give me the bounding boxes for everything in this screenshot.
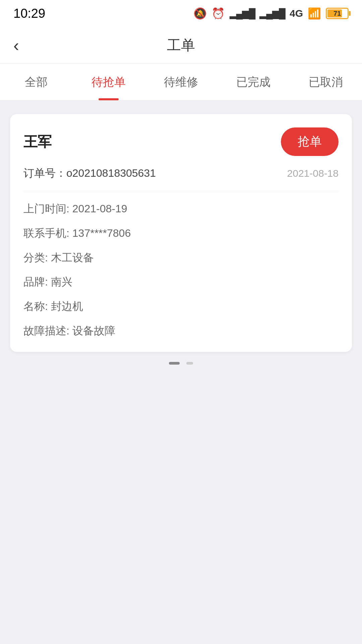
fault-desc: 故障描述: 设备故障 [23,323,339,338]
dot-2 [186,362,193,365]
back-button[interactable]: ‹ [13,37,19,54]
mute-icon: 🔕 [193,7,207,20]
product-name: 名称: 封边机 [23,299,339,314]
tab-cancelled[interactable]: 已取消 [290,64,362,100]
pagination [10,362,352,365]
page-title: 工单 [167,36,195,55]
battery-icon: 71 [326,8,349,19]
signal-icon-2: ▂▄▆█ [259,8,285,19]
network-icon: 4G [290,8,303,19]
card-header: 王军 抢单 [23,127,339,156]
status-bar: 10:29 🔕 ⏰ ▂▄▆█ ▂▄▆█ 4G 📶 71 [0,0,362,27]
wifi-icon: 📶 [308,7,321,20]
order-number: 订单号：o20210818305631 [23,166,156,181]
tab-completed[interactable]: 已完成 [217,64,290,100]
phone: 联系手机: 137****7806 [23,226,339,241]
tab-bar: 全部 待抢单 待维修 已完成 已取消 [0,64,362,101]
category: 分类: 木工设备 [23,250,339,265]
signal-icon: ▂▄▆█ [230,8,255,19]
order-details: 上门时间: 2021-08-19 联系手机: 137****7806 分类: 木… [23,201,339,338]
tab-pending-grab[interactable]: 待抢单 [72,64,145,100]
dot-1 [169,362,180,365]
order-date: 2021-08-18 [287,168,339,179]
grab-button[interactable]: 抢单 [281,127,339,156]
brand: 品牌: 南兴 [23,274,339,289]
order-meta: 订单号：o20210818305631 2021-08-18 [23,166,339,191]
customer-name: 王军 [23,132,52,151]
tab-pending-repair[interactable]: 待维修 [145,64,217,100]
alarm-icon: ⏰ [212,7,225,20]
work-order-card: 王军 抢单 订单号：o20210818305631 2021-08-18 上门时… [10,114,352,352]
tab-all[interactable]: 全部 [0,64,72,100]
header: ‹ 工单 [0,27,362,64]
status-icons: 🔕 ⏰ ▂▄▆█ ▂▄▆█ 4G 📶 71 [193,7,349,20]
visit-time: 上门时间: 2021-08-19 [23,201,339,216]
status-time: 10:29 [13,6,45,21]
content-area: 王军 抢单 订单号：o20210818305631 2021-08-18 上门时… [0,101,362,644]
